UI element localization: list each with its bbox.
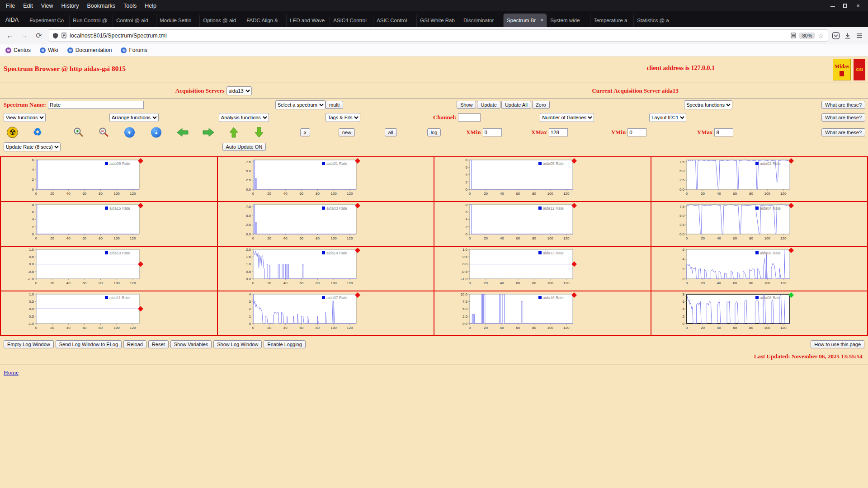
tab-gsi-white-rab[interactable]: GSI White Rab: [416, 14, 460, 27]
analysis-functions-dropdown[interactable]: Analysis functions: [219, 113, 269, 122]
what-are-these-button-1[interactable]: What are these?: [821, 101, 865, 109]
spectra-functions-dropdown[interactable]: Spectra functions: [684, 100, 732, 109]
window-maximize-button[interactable]: [843, 4, 847, 8]
bookmark-forums[interactable]: ⊕Forums: [121, 47, 147, 53]
update-all-button[interactable]: Update All: [501, 101, 531, 109]
update-rate-dropdown[interactable]: Update Rate (8 secs): [4, 142, 61, 151]
gsi-logo[interactable]: GSI: [854, 59, 865, 80]
prev-spectrum-icon[interactable]: [176, 127, 189, 138]
tab-statistics-a[interactable]: Statistics @ a: [633, 14, 677, 27]
menu-tools[interactable]: Tools: [119, 2, 141, 10]
midas-logo[interactable]: Midas: [833, 59, 851, 80]
pocket-icon[interactable]: [832, 32, 840, 40]
back-button[interactable]: ←: [5, 32, 15, 40]
tab-module-settin[interactable]: Module Settin: [156, 14, 199, 27]
scroll-down-icon[interactable]: [254, 127, 264, 138]
move-up-icon[interactable]: ▲: [151, 127, 161, 138]
show-button[interactable]: Show: [457, 101, 476, 109]
xmax-input[interactable]: [549, 128, 568, 136]
tab-close-icon[interactable]: ×: [540, 17, 543, 23]
tab-system-wide[interactable]: System wide: [547, 14, 590, 27]
menu-file[interactable]: File: [2, 2, 19, 10]
window-minimize-button[interactable]: [830, 4, 835, 7]
site-info-icon[interactable]: [61, 33, 66, 38]
reset-button[interactable]: Reset: [148, 340, 169, 348]
view-functions-dropdown[interactable]: View functions: [4, 113, 46, 122]
menu-bookmarks[interactable]: Bookmarks: [83, 2, 119, 10]
log-button[interactable]: log: [427, 128, 441, 136]
select-spectrum-dropdown[interactable]: Select a spectrum: [275, 100, 326, 109]
zoom-out-icon[interactable]: [98, 127, 110, 138]
zoom-in-icon[interactable]: [73, 127, 85, 138]
empty-log-window-button[interactable]: Empty Log Window: [4, 340, 54, 348]
tab-led-and-wave[interactable]: LED and Wave: [286, 14, 330, 27]
spectrum-name-input[interactable]: [48, 101, 144, 109]
next-spectrum-icon[interactable]: [202, 127, 215, 138]
tab-asic4-control[interactable]: ASIC4 Control: [330, 14, 373, 27]
tags-fits-dropdown[interactable]: Tags & Fits: [326, 113, 360, 122]
multi-button[interactable]: multi: [326, 101, 343, 109]
ymax-input[interactable]: [714, 128, 733, 136]
tab-discriminator[interactable]: Discriminator: [460, 14, 503, 27]
spectrum-cell-aida01[interactable]: 7.55.02.50.0020406080100120aida01 Rate: [217, 157, 434, 202]
menu-history[interactable]: History: [57, 2, 83, 10]
arrange-functions-dropdown[interactable]: Arrange functions: [109, 113, 159, 122]
ymin-input[interactable]: [627, 128, 646, 136]
tab-experiment-co[interactable]: Experiment Co: [26, 14, 69, 27]
bookmark-centos[interactable]: ⊕Centos: [5, 47, 31, 53]
show-variables-button[interactable]: Show Variables: [170, 340, 212, 348]
download-icon[interactable]: [844, 32, 852, 40]
enable-logging-button[interactable]: Enable Logging: [264, 340, 305, 348]
what-are-these-button-2[interactable]: What are these?: [821, 113, 865, 122]
radiation-icon[interactable]: ☢: [7, 127, 18, 138]
zero-button[interactable]: Zero: [532, 101, 550, 109]
new-button[interactable]: new: [339, 128, 355, 136]
tab-control-aid[interactable]: Control @ aid: [113, 14, 156, 27]
galleries-dropdown[interactable]: Number of Galleries: [540, 113, 594, 122]
spectrum-cell-aida15[interactable]: 86420020406080100120aida15 Rate: [0, 202, 217, 246]
tab-options-aid[interactable]: Options @ aid: [199, 14, 243, 27]
spectrum-cell-aida14[interactable]: 2.01.51.00.50.0020406080100120aida14 Rat…: [217, 246, 434, 291]
menu-view[interactable]: View: [37, 2, 57, 10]
spectrum-cell-aida03[interactable]: 7.55.02.50.0020406080100120aida03 Rate: [217, 202, 434, 246]
home-link[interactable]: Home: [4, 369, 19, 376]
xmin-input[interactable]: [483, 128, 502, 136]
forward-button[interactable]: →: [19, 32, 30, 40]
move-down-icon[interactable]: ▼: [124, 127, 135, 138]
spectrum-cell-aida05[interactable]: 86420020406080100120aida05 Rate: [434, 157, 651, 202]
spectrum-cell-aida13[interactable]: 1.00.50.0-0.5-1.0020406080100120aida13 R…: [434, 246, 651, 291]
show-log-window-button[interactable]: Show Log Window: [213, 340, 262, 348]
url-bar[interactable]: localhost:8015/Spectrum/Spectrum.tml 80%…: [48, 29, 828, 42]
spectrum-cell-aida09[interactable]: 6420020406080100120aida09 Rate: [0, 157, 217, 202]
tab-temperature-a[interactable]: Temperature a: [590, 14, 633, 27]
tab-asic-control[interactable]: ASIC Control: [373, 14, 416, 27]
menu-help[interactable]: Help: [141, 2, 160, 10]
reader-mode-icon[interactable]: [791, 33, 796, 38]
all-button[interactable]: all: [385, 128, 397, 136]
tab-fadc-align[interactable]: FADC Align &: [243, 14, 286, 27]
send-log-window-to-elog-button[interactable]: Send Log Window to ELog: [56, 340, 122, 348]
tab-run-control[interactable]: Run Control @: [69, 14, 113, 27]
scroll-up-icon[interactable]: [228, 127, 239, 138]
spectrum-cell-aida02[interactable]: 7.55.02.50.0020406080100120aida02 Rate: [651, 157, 868, 202]
reload-button[interactable]: ⟳: [33, 31, 44, 40]
auto-update-button[interactable]: Auto Update ON: [222, 143, 266, 151]
spectrum-cell-aida10[interactable]: 1.00.50.0-0.5-1.0020406080100120aida10 R…: [0, 246, 217, 291]
tab-spectrum-br[interactable]: Spectrum Br×: [503, 14, 547, 27]
spectrum-cell-aida12[interactable]: 86420020406080100120aida12 Rate: [434, 202, 651, 246]
x-button[interactable]: x: [300, 128, 310, 136]
spectrum-cell-aida04[interactable]: 7.55.02.50.0020406080100120aida04 Rate: [651, 202, 868, 246]
spectrum-cell-aida07[interactable]: 43210020406080100120aida07 Rate: [217, 291, 434, 336]
how-to-use-this-page-button[interactable]: How to use this page: [811, 340, 864, 348]
hamburger-menu-icon[interactable]: [855, 32, 863, 40]
what-are-these-button-3[interactable]: What are these?: [821, 128, 865, 136]
spectrum-cell-aida16[interactable]: 10.07.55.02.50.0020406080100120aida16 Ra…: [434, 291, 651, 336]
zoom-level-badge[interactable]: 80%: [799, 33, 815, 39]
update-button[interactable]: Update: [477, 101, 500, 109]
spectrum-cell-aida11[interactable]: 1.00.50.0-0.5-1.0020406080100120aida11 R…: [0, 291, 217, 336]
channel-input[interactable]: [458, 113, 481, 122]
bookmark-star-icon[interactable]: ☆: [818, 32, 824, 39]
reload-button[interactable]: Reload: [123, 340, 146, 348]
refresh-icon[interactable]: ♻: [33, 127, 42, 138]
menu-edit[interactable]: Edit: [19, 2, 37, 10]
